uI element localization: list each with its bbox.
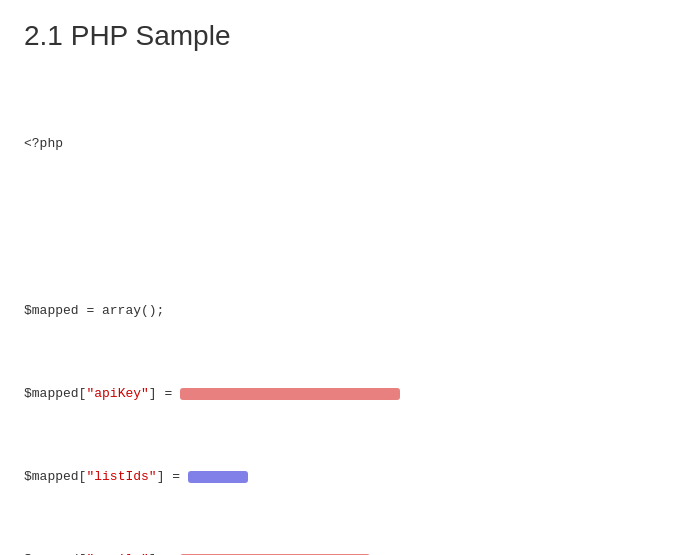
code-block: <?php $mapped = array(); $mapped["apiKey… — [24, 72, 664, 555]
page-title: 2.1 PHP Sample — [24, 20, 664, 52]
code-line-php-open: <?php — [24, 134, 664, 155]
code-line-apikey: $mapped["apiKey"] = — [24, 384, 664, 405]
code-line-listids: $mapped["listIds"] = — [24, 467, 664, 488]
redacted-apikey — [180, 388, 400, 400]
code-line-blank1 — [24, 218, 664, 239]
code-line-emails: $mapped["emails"] = — [24, 550, 664, 555]
redacted-listids — [188, 471, 248, 483]
code-line-mapped-init: $mapped = array(); — [24, 301, 664, 322]
